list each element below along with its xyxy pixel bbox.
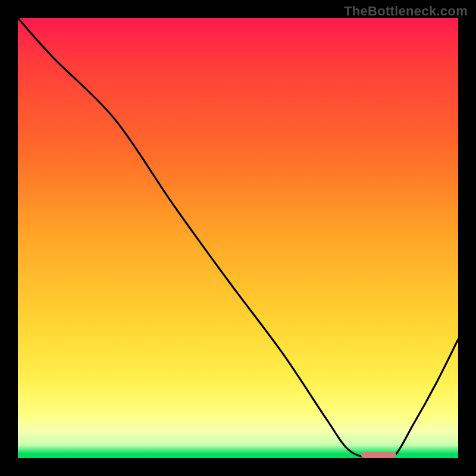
plot-area (18, 18, 458, 458)
watermark-text: TheBottleneck.com (344, 4, 468, 19)
valley-marker (361, 452, 396, 458)
bottleneck-curve (18, 18, 458, 458)
